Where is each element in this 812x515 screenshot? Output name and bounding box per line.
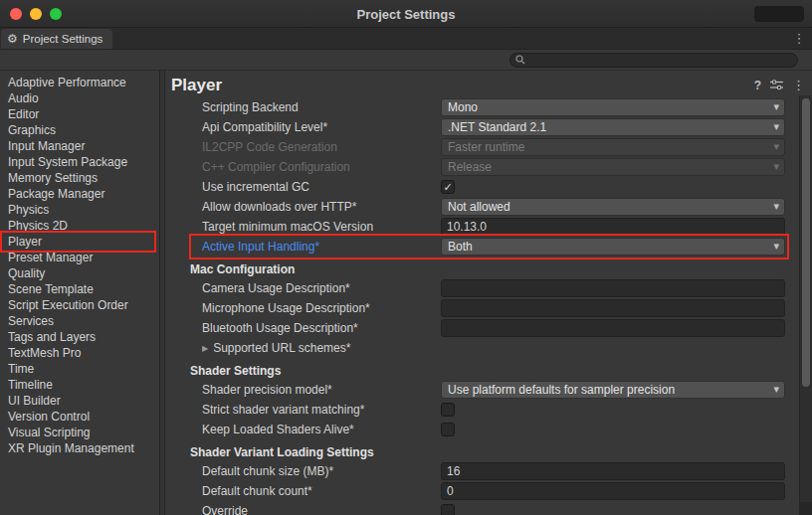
- field-area: .NET Standard 2.1▾: [441, 118, 785, 136]
- dropdown-value: Mono: [448, 100, 478, 114]
- content: Adaptive PerformanceAudioEditorGraphicsI…: [0, 71, 812, 515]
- input-microphone-usage-description[interactable]: [441, 299, 785, 317]
- input-bluetooth-usage-description[interactable]: [441, 319, 785, 337]
- label-api-compatibility-level: Api Compatibility Level*: [202, 120, 441, 134]
- dropdown-value: .NET Standard 2.1: [448, 120, 546, 134]
- tab-project-settings[interactable]: ⚙ Project Settings: [1, 29, 112, 49]
- sidebar-item-timeline[interactable]: Timeline: [0, 377, 159, 393]
- sidebar-item-physics[interactable]: Physics: [0, 202, 159, 218]
- header-icons: ? ⋮: [754, 78, 808, 92]
- field-area: [441, 319, 785, 337]
- search-input[interactable]: [529, 55, 797, 67]
- sidebar-item-editor[interactable]: Editor: [0, 106, 159, 122]
- checkbox-strict-shader-variant-matching[interactable]: [441, 403, 455, 417]
- sidebar-list: Adaptive PerformanceAudioEditorGraphicsI…: [0, 71, 159, 515]
- row-override: Override: [165, 501, 799, 515]
- sidebar-item-xr-plugin-management[interactable]: XR Plugin Management: [0, 440, 159, 456]
- dropdown-c-compiler-configuration: Release▾: [441, 158, 785, 176]
- sidebar-item-adaptive-performance[interactable]: Adaptive Performance: [0, 75, 159, 90]
- sidebar-item-physics-2d[interactable]: Physics 2D: [0, 218, 159, 234]
- field-area: [441, 504, 785, 515]
- page-title: Player: [171, 76, 754, 95]
- sidebar-item-audio[interactable]: Audio: [0, 90, 159, 106]
- tab-strip: ⚙ Project Settings ⋮: [0, 28, 812, 50]
- field-area: [441, 279, 785, 297]
- sidebar-item-quality[interactable]: Quality: [0, 265, 159, 281]
- sidebar-item-ui-builder[interactable]: UI Builder: [0, 393, 159, 409]
- sidebar-item-memory-settings[interactable]: Memory Settings: [0, 170, 159, 186]
- field-area: Not allowed▾: [441, 198, 785, 216]
- label-active-input-handling: Active Input Handling*: [202, 240, 441, 254]
- titlebar-widget: [754, 6, 804, 22]
- dropdown-value: Release: [448, 160, 492, 174]
- input-default-chunk-size-mb[interactable]: 16: [441, 462, 785, 480]
- row-scripting-backend: Scripting BackendMono▾: [165, 97, 799, 117]
- sidebar-item-package-manager[interactable]: Package Manager: [0, 186, 159, 202]
- label-shader-precision-model: Shader precision model*: [202, 383, 441, 397]
- sidebar-item-services[interactable]: Services: [0, 313, 159, 329]
- sidebar-item-tags-and-layers[interactable]: Tags and Layers: [0, 329, 159, 345]
- label-allow-downloads-over-http: Allow downloads over HTTP*: [202, 200, 441, 214]
- sidebar-item-visual-scripting[interactable]: Visual Scripting: [0, 425, 159, 440]
- dropdown-active-input-handling[interactable]: Both▾: [441, 238, 785, 256]
- dropdown-il2cpp-code-generation: Faster runtime▾: [441, 138, 785, 156]
- label-microphone-usage-description: Microphone Usage Description*: [202, 301, 441, 315]
- titlebar: Project Settings: [0, 0, 812, 28]
- settings-rows: Scripting BackendMono▾Api Compatibility …: [165, 95, 799, 515]
- field-area: Faster runtime▾: [441, 138, 785, 156]
- vertical-scrollbar[interactable]: [799, 95, 812, 515]
- foldout-arrow-icon[interactable]: ▶: [202, 344, 208, 353]
- chevron-down-icon: ▾: [773, 100, 779, 113]
- sidebar-item-version-control[interactable]: Version Control: [0, 409, 159, 425]
- checkbox-override[interactable]: [441, 504, 455, 515]
- search-field[interactable]: [509, 53, 798, 68]
- field-area: 10.13.0: [441, 218, 785, 236]
- row-camera-usage-description: Camera Usage Description*: [165, 278, 799, 298]
- label-supported-url-schemes: ▶Supported URL schemes*: [202, 341, 441, 355]
- label-default-chunk-size-mb: Default chunk size (MB)*: [202, 464, 441, 478]
- row-keep-loaded-shaders-alive: Keep Loaded Shaders Alive*: [165, 420, 799, 439]
- row-c-compiler-configuration: C++ Compiler ConfigurationRelease▾: [165, 157, 799, 177]
- row-default-chunk-size-mb: Default chunk size (MB)*16: [165, 461, 799, 481]
- tabstrip-menu-icon[interactable]: ⋮: [792, 31, 806, 46]
- sidebar-item-textmesh-pro[interactable]: TextMesh Pro: [0, 345, 159, 361]
- label-keep-loaded-shaders-alive: Keep Loaded Shaders Alive*: [202, 423, 441, 436]
- kebab-menu-icon[interactable]: ⋮: [792, 78, 805, 92]
- sidebar-item-input-system-package[interactable]: Input System Package: [0, 154, 159, 170]
- chevron-down-icon: ▾: [773, 160, 779, 173]
- field-area: 0: [441, 482, 785, 500]
- sidebar-item-script-execution-order[interactable]: Script Execution Order: [0, 297, 159, 313]
- sidebar-item-preset-manager[interactable]: Preset Manager: [0, 250, 159, 265]
- dropdown-value: Not allowed: [448, 200, 510, 214]
- field-area: Both▾: [441, 238, 785, 256]
- field-area: [441, 403, 785, 417]
- sidebar-item-scene-template[interactable]: Scene Template: [0, 281, 159, 297]
- input-camera-usage-description[interactable]: [441, 279, 785, 297]
- checkbox-keep-loaded-shaders-alive[interactable]: [441, 423, 455, 436]
- field-area: [441, 299, 785, 317]
- sidebar-item-graphics[interactable]: Graphics: [0, 122, 159, 138]
- dropdown-shader-precision-model[interactable]: Use platform defaults for sampler precis…: [441, 381, 785, 399]
- sidebar-item-player[interactable]: Player: [0, 234, 159, 250]
- preset-sliders-icon[interactable]: [770, 80, 783, 90]
- input-default-chunk-count[interactable]: 0: [441, 482, 785, 500]
- dropdown-allow-downloads-over-http[interactable]: Not allowed▾: [441, 198, 785, 216]
- dropdown-api-compatibility-level[interactable]: .NET Standard 2.1▾: [441, 118, 785, 136]
- row-allow-downloads-over-http: Allow downloads over HTTP*Not allowed▾: [165, 197, 799, 217]
- window-title: Project Settings: [0, 0, 812, 28]
- label-override: Override: [202, 504, 441, 515]
- scrollbar-corner: [799, 502, 812, 515]
- chevron-down-icon: ▾: [773, 200, 779, 213]
- label-default-chunk-count: Default chunk count*: [202, 484, 441, 498]
- dropdown-scripting-backend[interactable]: Mono▾: [441, 98, 785, 116]
- label-use-incremental-gc: Use incremental GC: [202, 180, 441, 194]
- input-target-minimum-macos-version[interactable]: 10.13.0: [441, 218, 785, 236]
- help-icon[interactable]: ?: [754, 79, 761, 92]
- checkbox-use-incremental-gc[interactable]: ✓: [441, 180, 455, 194]
- label-scripting-backend: Scripting Backend: [202, 100, 441, 114]
- dropdown-value: Faster runtime: [448, 140, 524, 154]
- sidebar-item-input-manager[interactable]: Input Manager: [0, 138, 159, 154]
- scrollbar-thumb[interactable]: [802, 98, 810, 387]
- sidebar-item-time[interactable]: Time: [0, 361, 159, 377]
- chevron-down-icon: ▾: [773, 383, 779, 396]
